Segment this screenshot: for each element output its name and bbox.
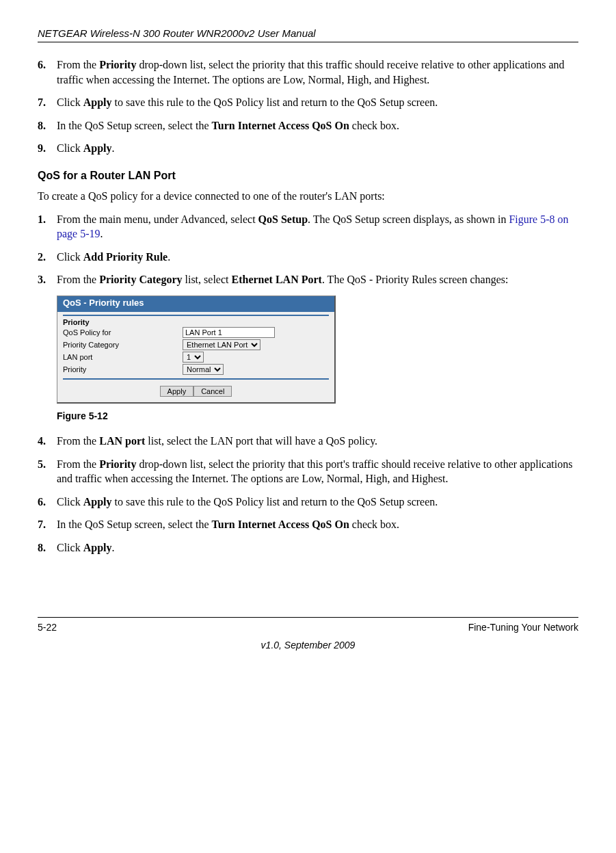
step-number: 3. [38, 272, 57, 287]
cancel-button[interactable]: Cancel [193, 386, 232, 397]
text: From the [57, 274, 99, 285]
label: LAN port [63, 353, 183, 361]
bold-term: Priority [99, 59, 136, 70]
row-priority-category: Priority Category Ethernet LAN Port [57, 339, 334, 351]
step-6: 6. Click Apply to save this rule to the … [38, 495, 578, 510]
step-9: 9. Click Apply. [38, 141, 578, 156]
step-text: From the LAN port list, select the LAN p… [57, 434, 377, 449]
step-text: In the QoS Setup screen, select the Turn… [57, 118, 399, 133]
step-text: From the main menu, under Advanced, sele… [57, 212, 578, 241]
text: to save this rule to the QoS Policy list… [111, 96, 438, 108]
divider [63, 378, 329, 380]
step-number: 6. [38, 495, 57, 510]
step-number: 9. [38, 141, 57, 156]
bottom-steps-list: 4. From the LAN port list, select the LA… [38, 434, 578, 555]
priority-category-select[interactable]: Ethernet LAN Port [183, 339, 260, 350]
bold-term: Turn Internet Access QoS On [212, 519, 349, 530]
bold-term: Apply [83, 96, 112, 108]
label: Priority [63, 365, 183, 373]
bold-term: Add Priority Rule [83, 251, 168, 263]
text: . [111, 142, 114, 154]
screenshot-titlebar: QoS - Priority rules [57, 296, 334, 312]
step-text: In the QoS Setup screen, select the Turn… [57, 517, 399, 532]
text: check box. [349, 519, 399, 530]
page-number: 5-22 [38, 622, 57, 633]
text: . [168, 251, 170, 263]
lan-port-select[interactable]: 1 [183, 352, 204, 363]
step-number: 5. [38, 457, 57, 486]
bold-term: Turn Internet Access QoS On [212, 120, 349, 131]
header-rule [38, 42, 578, 42]
step-number: 7. [38, 95, 57, 110]
button-row: ApplyCancel [57, 382, 334, 402]
step-8: 8. In the QoS Setup screen, select the T… [38, 118, 578, 133]
step-7: 7. Click Apply to save this rule to the … [38, 95, 578, 110]
text: list, select [183, 274, 232, 285]
row-priority: Priority Normal [57, 363, 334, 376]
text: list, select the LAN port that will have… [145, 435, 377, 447]
label: QoS Policy for [63, 328, 183, 337]
step-2: 2. Click Add Priority Rule. [38, 250, 578, 265]
qos-priority-rules-screenshot: QoS - Priority rules Priority QoS Policy… [57, 296, 336, 404]
section-name: Fine-Tuning Your Network [468, 622, 578, 633]
step-text: Click Apply. [57, 141, 114, 156]
row-qos-policy-for: QoS Policy for [57, 326, 334, 339]
step-1: 1. From the main menu, under Advanced, s… [38, 212, 578, 241]
page-footer: 5-22 Fine-Tuning Your Network v1.0, Sept… [38, 617, 578, 651]
text: . [101, 228, 103, 239]
qos-policy-for-input[interactable] [183, 327, 275, 338]
bold-term: Apply [83, 142, 112, 154]
step-number: 8. [38, 118, 57, 133]
text: From the [57, 435, 99, 447]
bold-term: Priority Category [99, 274, 182, 285]
text: . [111, 542, 114, 553]
step-number: 4. [38, 434, 57, 449]
footer-rule [38, 617, 578, 618]
footer-version: v1.0, September 2009 [38, 640, 578, 651]
text: . The QoS - Priority Rules screen change… [322, 274, 509, 285]
step-text: From the Priority drop-down list, select… [57, 57, 578, 87]
section2-steps-list: 1. From the main menu, under Advanced, s… [38, 212, 578, 287]
bold-term: Priority [99, 458, 136, 470]
bold-term: LAN port [99, 435, 145, 447]
text: Click [57, 142, 83, 154]
bold-term: Apply [83, 542, 112, 553]
priority-select[interactable]: Normal [183, 364, 224, 375]
step-8: 8. Click Apply. [38, 540, 578, 555]
bold-term: QoS Setup [258, 213, 308, 225]
step-text: Click Add Priority Rule. [57, 250, 170, 265]
step-3: 3. From the Priority Category list, sele… [38, 272, 578, 287]
step-number: 1. [38, 212, 57, 241]
text: From the [57, 59, 99, 70]
text: to save this rule to the QoS Policy list… [111, 496, 438, 508]
step-text: Click Apply. [57, 540, 114, 555]
step-4: 4. From the LAN port list, select the LA… [38, 434, 578, 449]
text: Click [57, 542, 83, 553]
step-number: 8. [38, 540, 57, 555]
divider [63, 315, 329, 316]
step-6: 6. From the Priority drop-down list, sel… [38, 57, 578, 87]
section-intro: To create a QoS policy for a device conn… [38, 189, 578, 204]
text: From the [57, 458, 99, 470]
bold-term: Apply [83, 496, 112, 508]
step-number: 7. [38, 517, 57, 532]
top-steps-list: 6. From the Priority drop-down list, sel… [38, 57, 578, 156]
figure-caption: Figure 5-12 [57, 410, 578, 421]
text: Click [57, 96, 83, 108]
text: From the main menu, under Advanced, sele… [57, 213, 258, 225]
bold-term: Ethernet LAN Port [231, 274, 321, 285]
step-5: 5. From the Priority drop-down list, sel… [38, 457, 578, 486]
label: Priority Category [63, 341, 183, 349]
step-number: 6. [38, 57, 57, 87]
text: In the QoS Setup screen, select the [57, 120, 212, 131]
apply-button[interactable]: Apply [160, 386, 194, 397]
text: Click [57, 251, 83, 263]
step-text: From the Priority Category list, select … [57, 272, 508, 287]
section-heading-qos-lan-port: QoS for a Router LAN Port [38, 170, 578, 182]
row-lan-port: LAN port 1 [57, 351, 334, 363]
step-number: 2. [38, 250, 57, 265]
page-header-title: NETGEAR Wireless-N 300 Router WNR2000v2 … [38, 27, 578, 39]
step-text: From the Priority drop-down list, select… [57, 457, 578, 486]
step-text: Click Apply to save this rule to the QoS… [57, 495, 438, 510]
text: Click [57, 496, 83, 508]
